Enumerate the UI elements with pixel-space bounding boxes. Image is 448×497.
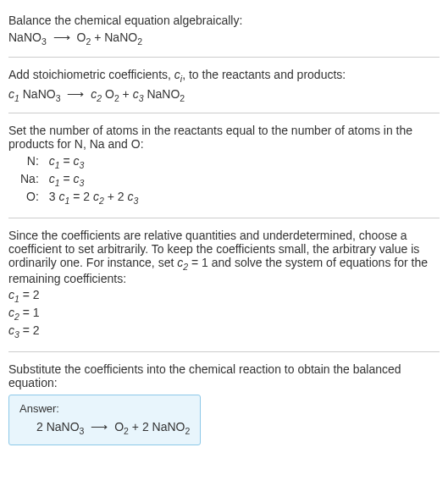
c: c bbox=[8, 288, 14, 301]
c: c2 bbox=[8, 306, 19, 319]
product: NaNO bbox=[104, 30, 137, 44]
pre: 2 bbox=[118, 190, 128, 203]
plus: + bbox=[129, 420, 142, 433]
element-label: N: bbox=[17, 154, 44, 170]
answer-box: Answer: 2 NaNO3 ⟶ O2 + 2 NaNO2 bbox=[8, 395, 201, 445]
reactant: NaNO bbox=[19, 87, 56, 101]
divider bbox=[8, 351, 440, 352]
divider bbox=[8, 218, 440, 218]
section-coefficients: Add stoichiometric coefficients, ci, to … bbox=[8, 61, 440, 110]
equation-unbalanced: NaNO3 ⟶ O2 + NaNO2 bbox=[8, 30, 440, 47]
coeff: c3 bbox=[133, 87, 144, 101]
product: O bbox=[102, 87, 114, 101]
rest: = 1 bbox=[19, 306, 40, 319]
element-label: Na: bbox=[17, 172, 44, 188]
c: c1 bbox=[49, 172, 60, 185]
product: NaNO bbox=[144, 87, 180, 101]
c: c bbox=[49, 172, 55, 185]
c: c3 bbox=[8, 323, 19, 337]
sub: 3 bbox=[80, 426, 85, 436]
intro-text: Balance the chemical equation algebraica… bbox=[8, 14, 440, 27]
sub: 3 bbox=[80, 160, 85, 170]
equation: c1 = c3 bbox=[46, 172, 142, 188]
intro-text: Substitute the coefficients into the che… bbox=[8, 362, 440, 389]
coeff-line: c1 = 2 bbox=[8, 287, 440, 305]
balance-row-na: Na: c1 = c3 bbox=[17, 172, 141, 188]
plus: + bbox=[119, 87, 133, 101]
section-balance: Set the number of atoms in the reactants… bbox=[8, 117, 440, 213]
text: Add stoichiometric coefficients, bbox=[8, 68, 174, 81]
product: O bbox=[114, 420, 124, 433]
balanced-equation: 2 NaNO3 ⟶ O2 + 2 NaNO2 bbox=[19, 420, 190, 436]
c: c3 bbox=[127, 190, 138, 203]
section-solve: Since the coefficients are relative quan… bbox=[8, 222, 440, 348]
equation-with-coeffs: c1 NaNO3 ⟶ c2 O2 + c3 NaNO2 bbox=[8, 87, 440, 103]
product: 2 NaNO bbox=[142, 420, 185, 433]
answer-label: Answer: bbox=[19, 402, 190, 415]
c: c bbox=[8, 323, 14, 337]
c: c2 bbox=[177, 256, 188, 269]
coeff: c1 bbox=[8, 87, 19, 101]
c: c bbox=[74, 154, 80, 168]
arrow-icon: ⟶ bbox=[87, 420, 111, 433]
intro-text: Add stoichiometric coefficients, ci, to … bbox=[8, 68, 440, 84]
element-label: O: bbox=[17, 190, 44, 206]
sub: 2 bbox=[137, 36, 142, 47]
balance-row-n: N: c1 = c3 bbox=[17, 154, 141, 170]
c: c bbox=[49, 154, 55, 168]
sub: 2 bbox=[180, 92, 185, 102]
c: c3 bbox=[74, 154, 85, 168]
product: O bbox=[77, 30, 86, 44]
c: c bbox=[74, 172, 80, 185]
ci-symbol: ci bbox=[174, 68, 182, 81]
coefficient-values: c1 = 2 c2 = 1 c3 = 2 bbox=[8, 287, 440, 341]
c: c1 bbox=[58, 190, 69, 203]
sub: 3 bbox=[41, 36, 47, 47]
c: c bbox=[8, 306, 14, 319]
text: , to the reactants and products: bbox=[182, 68, 346, 81]
c: c3 bbox=[74, 172, 85, 185]
plus: + bbox=[91, 30, 104, 44]
coeff-line: c3 = 2 bbox=[8, 323, 440, 340]
eq: = bbox=[60, 154, 74, 168]
arrow-icon: ⟶ bbox=[64, 87, 87, 101]
c: c bbox=[93, 190, 99, 203]
sub: 3 bbox=[133, 196, 138, 206]
eq: = bbox=[69, 190, 83, 203]
c: c bbox=[8, 87, 14, 101]
eq: = bbox=[60, 172, 74, 185]
pre: 3 bbox=[49, 190, 59, 203]
section-intro: Balance the chemical equation algebraica… bbox=[8, 7, 440, 53]
val: = 1 bbox=[188, 256, 208, 269]
sub: 3 bbox=[80, 178, 85, 188]
c: c1 bbox=[49, 154, 60, 168]
intro-text: Set the number of atoms in the reactants… bbox=[8, 124, 440, 151]
c: c2 bbox=[93, 190, 104, 203]
balance-row-o: O: 3 c1 = 2 c2 + 2 c3 bbox=[17, 190, 141, 206]
equation: 3 c1 = 2 c2 + 2 c3 bbox=[46, 190, 142, 206]
arrow-icon: ⟶ bbox=[50, 30, 74, 44]
plus: + bbox=[104, 190, 118, 203]
sub: 2 bbox=[185, 426, 190, 436]
c: c bbox=[174, 68, 180, 81]
reactant: NaNO bbox=[8, 30, 41, 44]
section-answer: Substitute the coefficients into the che… bbox=[8, 356, 440, 452]
coeff: c2 bbox=[91, 87, 102, 101]
c: c1 bbox=[8, 288, 19, 301]
c: c bbox=[133, 87, 139, 101]
intro-text: Since the coefficients are relative quan… bbox=[8, 229, 440, 285]
divider bbox=[8, 113, 440, 113]
reactant: 2 NaNO bbox=[36, 420, 80, 433]
equation: c1 = c3 bbox=[46, 154, 142, 170]
rest: = 2 bbox=[19, 288, 40, 301]
rest: = 2 bbox=[19, 323, 40, 337]
divider bbox=[8, 57, 440, 58]
sub: 3 bbox=[56, 92, 61, 102]
balance-table: N: c1 = c3 Na: c1 = c3 O: 3 c1 = 2 c2 + … bbox=[15, 152, 143, 207]
coeff-line: c2 = 1 bbox=[8, 305, 440, 323]
pre: 2 bbox=[83, 190, 93, 203]
